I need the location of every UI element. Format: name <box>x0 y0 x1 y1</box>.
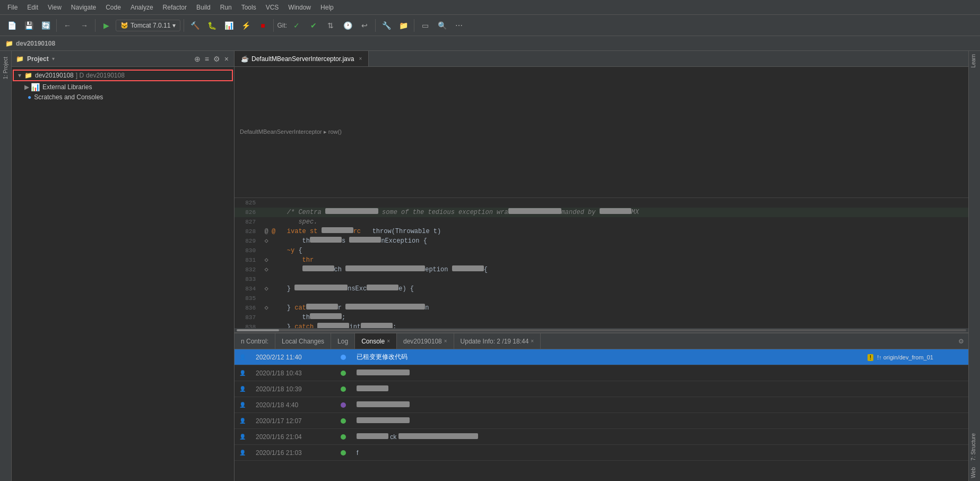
bottom-tab-update-info[interactable]: Update Info: 2 /19 18:44 × <box>454 333 541 349</box>
new-file-btn[interactable]: 📄 <box>4 18 19 33</box>
git-log-row-5[interactable]: 👤 2020/1/16 21:04 ck <box>235 429 968 445</box>
git-log-row-3[interactable]: 👤 2020/1/18 4:40 <box>235 397 968 413</box>
row5-msg: ck <box>351 433 862 441</box>
editor-tab-main[interactable]: ☕ DefaultMBeanServerInterceptor.java × <box>235 51 369 66</box>
code-line-832: 832 ◇ ch eption { <box>235 265 968 274</box>
console-close-btn[interactable]: × <box>387 338 390 344</box>
menu-window[interactable]: Window <box>284 3 315 12</box>
close-btn[interactable]: × <box>223 54 230 64</box>
line-content-836: } catr n <box>272 304 968 312</box>
build-btn[interactable]: 🔨 <box>187 18 202 33</box>
save-btn[interactable]: 💾 <box>21 18 36 33</box>
menu-edit[interactable]: Edit <box>23 3 42 12</box>
menu-refactor[interactable]: Refactor <box>159 3 191 12</box>
bottom-panel-gear-btn[interactable]: ⚙ <box>954 338 968 345</box>
dropdown-arrow-icon: ▾ <box>172 22 176 29</box>
git-log-row-0[interactable]: 👤 2020/2/12 11:40 已租变更修改代码 ! !↑ origin/d… <box>235 349 968 365</box>
editor-scrollbar[interactable] <box>235 328 968 332</box>
bottom-tab-version-control[interactable]: n Control: <box>235 333 275 349</box>
git-ok-btn[interactable]: ✔ <box>306 18 321 33</box>
stop-btn[interactable]: ■ <box>255 18 270 33</box>
line-num-826: 826 <box>235 209 261 216</box>
line-num-837: 837 <box>235 314 261 321</box>
bottom-tab-log[interactable]: Log <box>331 333 355 349</box>
menu-run[interactable]: Run <box>216 3 236 12</box>
profile-btn[interactable]: ⚡ <box>238 18 253 33</box>
row5-dot-col <box>335 434 351 440</box>
menu-build[interactable]: Build <box>192 3 215 12</box>
root-arrow-icon: ▾ <box>18 72 24 79</box>
panel-dropdown-icon: ▾ <box>52 56 55 62</box>
web-tab-btn[interactable]: Web <box>969 464 980 481</box>
line-num-830: 830 <box>235 247 261 254</box>
back-btn[interactable]: ← <box>60 18 75 33</box>
git-revert-btn[interactable]: ↩ <box>357 18 372 33</box>
panel-header: 📁 Project ▾ ⊕ ≡ ⚙ × <box>12 51 234 67</box>
log-label: Log <box>337 338 348 345</box>
row0-tag: ! !↑ origin/dev_from_01 <box>862 354 968 361</box>
line-content-826: /* Centra some of the tedious exception … <box>272 208 968 216</box>
row6-msg-text: f <box>357 449 358 457</box>
dev-tab-close-btn[interactable]: × <box>444 338 447 344</box>
update-close-btn[interactable]: × <box>531 338 534 344</box>
git-log-row-1[interactable]: 👤 2020/1/18 10:43 <box>235 365 968 381</box>
separator-6 <box>414 19 414 32</box>
row4-date: 2020/1/17 12:07 <box>250 417 335 425</box>
libs-icon: 📊 <box>31 83 40 91</box>
git-branch-btn[interactable]: ⇅ <box>323 18 338 33</box>
tree-item-external-libs[interactable]: ▶ 📊 External Libraries <box>12 82 234 92</box>
git-log-row-6[interactable]: 👤 2020/1/16 21:03 f <box>235 445 968 461</box>
gutter-829: ◇ <box>261 237 272 245</box>
line-num-838: 838 <box>235 324 261 329</box>
menu-tools[interactable]: Tools <box>237 3 261 12</box>
project-title: dev20190108 <box>16 40 55 47</box>
git-history-btn[interactable]: 🕐 <box>340 18 355 33</box>
project-tab-btn[interactable]: 1: Project <box>1 54 10 82</box>
run-btn[interactable]: ▶ <box>99 18 114 33</box>
menu-file[interactable]: File <box>3 3 22 12</box>
learn-tab-btn[interactable]: Learn <box>969 51 980 71</box>
forward-btn[interactable]: → <box>77 18 92 33</box>
root-label: dev20190108 <box>35 72 74 79</box>
search-btn[interactable]: 🔍 <box>435 18 449 33</box>
sync-btn[interactable]: 🔄 <box>38 18 53 33</box>
git-check-btn[interactable]: ✓ <box>289 18 304 33</box>
bottom-tab-dev[interactable]: dev20190108 × <box>397 333 454 349</box>
scrollbar-track <box>237 329 966 331</box>
tree-root[interactable]: ▾ 📁 dev20190108 ] D dev20190108 <box>13 70 233 81</box>
structure-tab-btn[interactable]: 7: Structure <box>969 430 980 464</box>
code-line-827: 827 spec. <box>235 217 968 227</box>
separator-4 <box>273 19 274 32</box>
code-line-834: 834 ◇ } nsExce) { <box>235 284 968 294</box>
tree-item-scratches[interactable]: ● Scratches and Consoles <box>12 92 234 102</box>
terminal-btn[interactable]: ▭ <box>418 18 432 33</box>
gutter-834: ◇ <box>261 285 272 293</box>
menu-navigate[interactable]: Navigate <box>67 3 100 12</box>
row2-date: 2020/1/18 10:39 <box>250 385 335 393</box>
settings-icon[interactable]: ⚙ <box>212 54 221 64</box>
project-structure-btn[interactable]: 📁 <box>396 18 411 33</box>
tomcat-dropdown[interactable]: 🐱 Tomcat 7.0.11 ▾ <box>116 20 180 31</box>
coverage-btn[interactable]: 📊 <box>221 18 236 33</box>
menu-code[interactable]: Code <box>101 3 125 12</box>
debug-btn[interactable]: 🐛 <box>204 18 219 33</box>
settings-btn[interactable]: 🔧 <box>379 18 394 33</box>
line-content-837: th; <box>272 313 968 321</box>
gutter-831: ◇ <box>261 256 272 264</box>
add-btn[interactable]: ⊕ <box>193 54 202 64</box>
collapse-btn[interactable]: ≡ <box>204 54 210 64</box>
bottom-tab-console[interactable]: Console × <box>355 333 397 349</box>
git-log-row-4[interactable]: 👤 2020/1/17 12:07 <box>235 413 968 429</box>
menu-view[interactable]: View <box>44 3 66 12</box>
row0-dot <box>341 355 346 360</box>
menu-vcs[interactable]: VCS <box>262 3 283 12</box>
more-btn[interactable]: ⋯ <box>452 18 466 33</box>
menu-analyze[interactable]: Analyze <box>126 3 158 12</box>
bottom-tab-local-changes[interactable]: Local Changes <box>275 333 331 349</box>
code-editor[interactable]: 825 826 /* Centra some of the tedious ex… <box>235 198 968 329</box>
code-lines: 825 826 /* Centra some of the tedious ex… <box>235 198 968 329</box>
tab-close-btn[interactable]: × <box>359 56 362 62</box>
row0-date: 2020/2/12 11:40 <box>250 354 335 361</box>
menu-help[interactable]: Help <box>316 3 338 12</box>
git-log-row-2[interactable]: 👤 2020/1/18 10:39 <box>235 381 968 397</box>
